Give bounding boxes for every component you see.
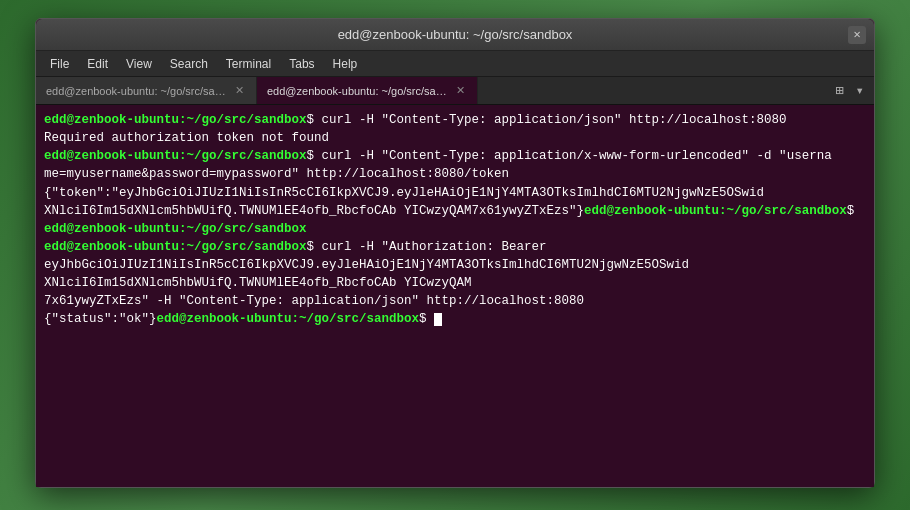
cmd-1: $ curl -H "Content-Type: application/jso… (307, 113, 787, 127)
title-bar: edd@zenbook-ubuntu: ~/go/src/sandbox ✕ (36, 19, 874, 51)
terminal-line-4: {"token":"eyJhbGciOiJIUzI1NiIsInR5cCI6Ik… (44, 184, 866, 202)
tab-2[interactable]: edd@zenbook-ubuntu: ~/go/src/sandbox ✕ (257, 77, 478, 104)
cmd-7: $ (419, 312, 434, 326)
terminal-line-5: edd@zenbook-ubuntu:~/go/src/sandbox (44, 220, 866, 238)
menubar: File Edit View Search Terminal Tabs Help (36, 51, 874, 77)
tab-2-label: edd@zenbook-ubuntu: ~/go/src/sandbox (267, 85, 447, 97)
cmd-4end: $ (847, 204, 855, 218)
menu-search[interactable]: Search (162, 55, 216, 73)
menu-view[interactable]: View (118, 55, 160, 73)
tabs-bar: edd@zenbook-ubuntu: ~/go/src/sandbox ✕ e… (36, 77, 874, 105)
terminal-line-1: edd@zenbook-ubuntu:~/go/src/sandbox$ cur… (44, 111, 866, 129)
menu-file[interactable]: File (42, 55, 77, 73)
new-tab-button[interactable]: ⊞ (831, 80, 847, 101)
tab-menu-button[interactable]: ▾ (852, 80, 868, 101)
prompt-5: edd@zenbook-ubuntu:~/go/src/sandbox (44, 222, 307, 236)
prompt-7: edd@zenbook-ubuntu:~/go/src/sandbox (157, 312, 420, 326)
terminal-content[interactable]: edd@zenbook-ubuntu:~/go/src/sandbox$ cur… (36, 105, 874, 487)
desktop: edd@zenbook-ubuntu: ~/go/src/sandbox ✕ F… (0, 0, 910, 510)
menu-help[interactable]: Help (325, 55, 366, 73)
terminal-window: edd@zenbook-ubuntu: ~/go/src/sandbox ✕ F… (35, 18, 875, 488)
terminal-cursor (434, 313, 442, 326)
tab-controls: ⊞ ▾ (831, 77, 874, 104)
prompt-1: edd@zenbook-ubuntu:~/go/src/sandbox (44, 113, 307, 127)
terminal-line-6: edd@zenbook-ubuntu:~/go/src/sandbox$ cur… (44, 238, 866, 274)
cmd-3b: me=myusername&password=mypassword" http:… (44, 167, 509, 181)
terminal-line-7: {"status":"ok"}edd@zenbook-ubuntu:~/go/s… (44, 310, 866, 328)
prompt-4: edd@zenbook-ubuntu:~/go/src/sandbox (584, 204, 847, 218)
output-7: {"status":"ok"} (44, 312, 157, 326)
menu-tabs[interactable]: Tabs (281, 55, 322, 73)
cmd-3: $ curl -H "Content-Type: application/x-w… (307, 149, 832, 163)
prompt-6: edd@zenbook-ubuntu:~/go/src/sandbox (44, 240, 307, 254)
terminal-line-3b: me=myusername&password=mypassword" http:… (44, 165, 866, 183)
terminal-line-6b: XNlciI6Im15dXNlcm5hbWUifQ.TWNUMlEE4ofb_R… (44, 274, 866, 292)
terminal-line-4b: XNlciI6Im15dXNlcm5hbWUifQ.TWNUMlEE4ofb_R… (44, 202, 866, 220)
close-button[interactable]: ✕ (848, 26, 866, 44)
cmd-6b: XNlciI6Im15dXNlcm5hbWUifQ.TWNUMlEE4ofb_R… (44, 276, 472, 290)
menu-edit[interactable]: Edit (79, 55, 116, 73)
tab-1[interactable]: edd@zenbook-ubuntu: ~/go/src/sandbox ✕ (36, 77, 257, 104)
window-title: edd@zenbook-ubuntu: ~/go/src/sandbox (62, 27, 848, 42)
tab-2-close[interactable]: ✕ (453, 84, 467, 98)
token-output-b: XNlciI6Im15dXNlcm5hbWUifQ.TWNUMlEE4ofb_R… (44, 204, 584, 218)
prompt-3: edd@zenbook-ubuntu:~/go/src/sandbox (44, 149, 307, 163)
cmd-6c: 7x61ywyZTxEzs" -H "Content-Type: applica… (44, 294, 584, 308)
output-2: Required authorization token not found (44, 131, 329, 145)
menu-terminal[interactable]: Terminal (218, 55, 279, 73)
tab-1-label: edd@zenbook-ubuntu: ~/go/src/sandbox (46, 85, 226, 97)
terminal-line-3: edd@zenbook-ubuntu:~/go/src/sandbox$ cur… (44, 147, 866, 165)
terminal-line-2: Required authorization token not found (44, 129, 866, 147)
terminal-line-6c: 7x61ywyZTxEzs" -H "Content-Type: applica… (44, 292, 866, 310)
token-output: {"token":"eyJhbGciOiJIUzI1NiIsInR5cCI6Ik… (44, 186, 764, 200)
tab-1-close[interactable]: ✕ (232, 84, 246, 98)
